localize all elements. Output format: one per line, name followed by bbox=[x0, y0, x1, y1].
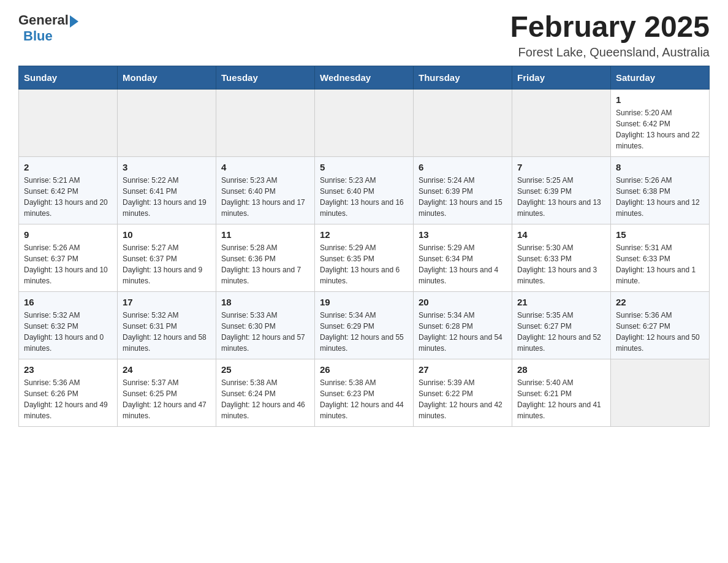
day-info-text: Sunrise: 5:25 AM bbox=[517, 175, 605, 186]
day-info-text: Sunrise: 5:26 AM bbox=[616, 175, 704, 186]
logo-blue: Blue bbox=[23, 28, 53, 44]
weekday-header-sunday: Sunday bbox=[19, 66, 118, 90]
day-info-text: Sunrise: 5:38 AM bbox=[221, 377, 309, 388]
day-number: 1 bbox=[616, 94, 704, 105]
day-info-text: Sunset: 6:34 PM bbox=[419, 253, 507, 264]
logo-general: General bbox=[18, 12, 69, 28]
day-info-text: Sunset: 6:30 PM bbox=[221, 321, 309, 332]
calendar-cell: 17Sunrise: 5:32 AMSunset: 6:31 PMDayligh… bbox=[118, 292, 216, 359]
day-info-text: Daylight: 13 hours and 16 minutes. bbox=[320, 197, 408, 219]
day-info-text: Sunrise: 5:22 AM bbox=[123, 175, 211, 186]
calendar-cell bbox=[512, 90, 611, 157]
day-info-text: Sunset: 6:26 PM bbox=[24, 388, 112, 399]
day-info-text: Daylight: 12 hours and 57 minutes. bbox=[221, 332, 309, 354]
day-info-text: Sunrise: 5:21 AM bbox=[24, 175, 112, 186]
day-number: 19 bbox=[320, 297, 408, 307]
day-info-text: Sunrise: 5:20 AM bbox=[616, 107, 704, 118]
day-number: 24 bbox=[123, 364, 211, 375]
day-info-text: Sunset: 6:37 PM bbox=[123, 253, 211, 264]
calendar-cell: 16Sunrise: 5:32 AMSunset: 6:32 PMDayligh… bbox=[19, 292, 118, 359]
day-info-text: Daylight: 12 hours and 44 minutes. bbox=[320, 399, 408, 421]
calendar-cell: 3Sunrise: 5:22 AMSunset: 6:41 PMDaylight… bbox=[118, 157, 216, 224]
day-number: 25 bbox=[221, 364, 309, 375]
calendar-week-row: 16Sunrise: 5:32 AMSunset: 6:32 PMDayligh… bbox=[19, 292, 710, 359]
calendar-cell: 20Sunrise: 5:34 AMSunset: 6:28 PMDayligh… bbox=[414, 292, 512, 359]
day-info-text: Sunset: 6:38 PM bbox=[616, 186, 704, 197]
calendar-cell: 5Sunrise: 5:23 AMSunset: 6:40 PMDaylight… bbox=[315, 157, 414, 224]
day-number: 4 bbox=[221, 162, 309, 172]
day-number: 9 bbox=[24, 229, 112, 240]
location-title: Forest Lake, Queensland, Australia bbox=[510, 45, 710, 59]
weekday-header-friday: Friday bbox=[512, 66, 611, 90]
day-info-text: Daylight: 13 hours and 12 minutes. bbox=[616, 197, 704, 219]
day-number: 26 bbox=[320, 364, 408, 375]
day-number: 14 bbox=[517, 229, 605, 240]
day-info-text: Daylight: 13 hours and 13 minutes. bbox=[517, 197, 605, 219]
day-info-text: Sunrise: 5:23 AM bbox=[320, 175, 408, 186]
day-info-text: Sunrise: 5:38 AM bbox=[320, 377, 408, 388]
day-info-text: Sunrise: 5:29 AM bbox=[320, 242, 408, 253]
day-number: 2 bbox=[24, 162, 112, 172]
calendar-cell bbox=[216, 90, 315, 157]
day-number: 3 bbox=[123, 162, 211, 172]
day-info-text: Daylight: 12 hours and 58 minutes. bbox=[123, 332, 211, 354]
day-info-text: Daylight: 12 hours and 55 minutes. bbox=[320, 332, 408, 354]
logo: General Blue bbox=[18, 12, 78, 44]
day-info-text: Daylight: 12 hours and 42 minutes. bbox=[419, 399, 507, 421]
day-info-text: Sunrise: 5:30 AM bbox=[517, 242, 605, 253]
calendar-cell: 19Sunrise: 5:34 AMSunset: 6:29 PMDayligh… bbox=[315, 292, 414, 359]
day-number: 7 bbox=[517, 162, 605, 172]
day-info-text: Daylight: 13 hours and 0 minutes. bbox=[24, 332, 112, 354]
day-info-text: Daylight: 13 hours and 15 minutes. bbox=[419, 197, 507, 219]
day-info-text: Sunset: 6:33 PM bbox=[616, 253, 704, 264]
day-info-text: Daylight: 13 hours and 20 minutes. bbox=[24, 197, 112, 219]
calendar-cell bbox=[118, 90, 216, 157]
weekday-header-wednesday: Wednesday bbox=[315, 66, 414, 90]
day-number: 27 bbox=[419, 364, 507, 375]
day-info-text: Daylight: 13 hours and 10 minutes. bbox=[24, 264, 112, 286]
day-info-text: Sunrise: 5:32 AM bbox=[123, 310, 211, 321]
calendar-cell: 22Sunrise: 5:36 AMSunset: 6:27 PMDayligh… bbox=[611, 292, 710, 359]
day-number: 13 bbox=[419, 229, 507, 240]
day-number: 23 bbox=[24, 364, 112, 375]
day-info-text: Daylight: 13 hours and 9 minutes. bbox=[123, 264, 211, 286]
day-info-text: Sunset: 6:21 PM bbox=[517, 388, 605, 399]
day-info-text: Sunrise: 5:37 AM bbox=[123, 377, 211, 388]
calendar-cell: 7Sunrise: 5:25 AMSunset: 6:39 PMDaylight… bbox=[512, 157, 611, 224]
day-info-text: Sunset: 6:33 PM bbox=[517, 253, 605, 264]
weekday-header-tuesday: Tuesday bbox=[216, 66, 315, 90]
day-info-text: Sunset: 6:29 PM bbox=[320, 321, 408, 332]
day-info-text: Sunset: 6:27 PM bbox=[517, 321, 605, 332]
calendar-week-row: 2Sunrise: 5:21 AMSunset: 6:42 PMDaylight… bbox=[19, 157, 710, 224]
day-info-text: Sunset: 6:42 PM bbox=[24, 186, 112, 197]
calendar-header-row: SundayMondayTuesdayWednesdayThursdayFrid… bbox=[19, 66, 710, 90]
day-number: 18 bbox=[221, 297, 309, 307]
day-info-text: Daylight: 12 hours and 52 minutes. bbox=[517, 332, 605, 354]
day-info-text: Sunset: 6:37 PM bbox=[24, 253, 112, 264]
title-section: February 2025 Forest Lake, Queensland, A… bbox=[510, 12, 710, 59]
calendar-week-row: 23Sunrise: 5:36 AMSunset: 6:26 PMDayligh… bbox=[19, 359, 710, 427]
day-info-text: Sunrise: 5:32 AM bbox=[24, 310, 112, 321]
day-number: 16 bbox=[24, 297, 112, 307]
calendar-week-row: 9Sunrise: 5:26 AMSunset: 6:37 PMDaylight… bbox=[19, 224, 710, 292]
day-info-text: Daylight: 13 hours and 3 minutes. bbox=[517, 264, 605, 286]
calendar-cell: 4Sunrise: 5:23 AMSunset: 6:40 PMDaylight… bbox=[216, 157, 315, 224]
day-info-text: Sunrise: 5:23 AM bbox=[221, 175, 309, 186]
calendar-cell: 6Sunrise: 5:24 AMSunset: 6:39 PMDaylight… bbox=[414, 157, 512, 224]
day-number: 6 bbox=[419, 162, 507, 172]
calendar-table: SundayMondayTuesdayWednesdayThursdayFrid… bbox=[18, 66, 710, 427]
weekday-header-saturday: Saturday bbox=[611, 66, 710, 90]
day-info-text: Sunrise: 5:34 AM bbox=[320, 310, 408, 321]
calendar-cell bbox=[315, 90, 414, 157]
page-header: General Blue February 2025 Forest Lake, … bbox=[18, 12, 710, 59]
day-info-text: Sunset: 6:39 PM bbox=[517, 186, 605, 197]
calendar-cell: 8Sunrise: 5:26 AMSunset: 6:38 PMDaylight… bbox=[611, 157, 710, 224]
day-info-text: Sunset: 6:31 PM bbox=[123, 321, 211, 332]
day-info-text: Daylight: 13 hours and 19 minutes. bbox=[123, 197, 211, 219]
calendar-cell bbox=[414, 90, 512, 157]
day-info-text: Daylight: 13 hours and 6 minutes. bbox=[320, 264, 408, 286]
day-info-text: Sunset: 6:39 PM bbox=[419, 186, 507, 197]
day-info-text: Sunrise: 5:31 AM bbox=[616, 242, 704, 253]
day-info-text: Sunset: 6:24 PM bbox=[221, 388, 309, 399]
calendar-cell: 9Sunrise: 5:26 AMSunset: 6:37 PMDaylight… bbox=[19, 224, 118, 292]
